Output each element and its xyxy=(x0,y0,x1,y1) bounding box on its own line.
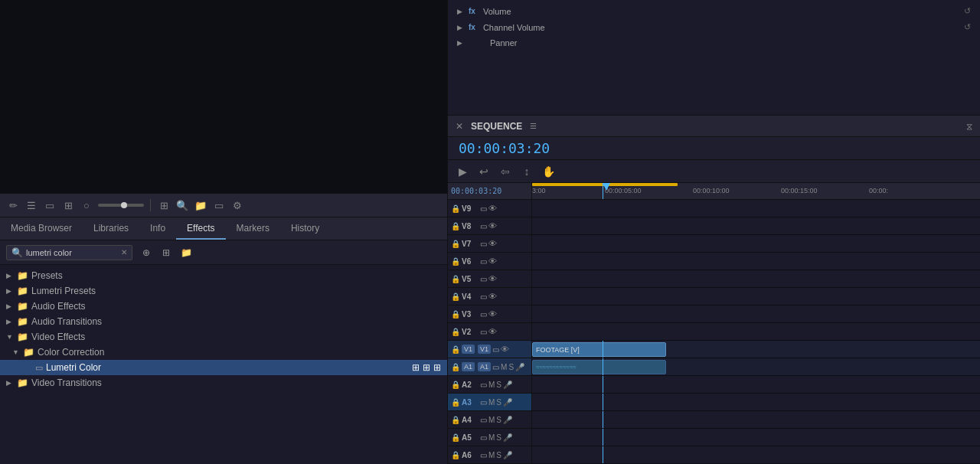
tree-item-audio-effects[interactable]: ▶ 📁 Audio Effects xyxy=(0,299,447,314)
eye-icon[interactable]: 👁 xyxy=(501,345,509,354)
list-icon[interactable]: ☰ xyxy=(24,198,38,212)
v1-track-btn[interactable]: V1 xyxy=(478,345,491,354)
ruler-mark-2: 00:00:05:00 xyxy=(605,187,642,194)
eye-icon[interactable]: 👁 xyxy=(488,309,497,319)
eye-icon[interactable]: 👁 xyxy=(488,257,497,266)
reset-icon[interactable]: ↺ xyxy=(964,6,971,16)
video-clip[interactable]: FOOTAGE [V] xyxy=(532,342,666,357)
tree-item-presets[interactable]: ▶ 📁 Presets xyxy=(0,268,447,283)
tab-history[interactable]: History xyxy=(280,217,330,240)
ruler-mark-3: 00:00:10:00 xyxy=(693,187,730,194)
search-clear-button[interactable]: ✕ xyxy=(121,248,127,257)
track-header-a2[interactable]: 🔒 A2 ▭ M S 🎤 xyxy=(448,376,531,394)
a1-select-btn[interactable]: A1 xyxy=(462,362,475,371)
tab-libraries[interactable]: Libraries xyxy=(83,217,139,240)
collapse-icon: ▶ xyxy=(457,8,462,15)
track-header-a3[interactable]: 🔒 A3 ▭ M S 🎤 xyxy=(448,394,531,411)
a1-track-btn[interactable]: A1 xyxy=(478,362,491,371)
track-header-a6[interactable]: 🔒 A6 ▭ M S 🎤 xyxy=(448,446,531,464)
track-panel-icon: ▭ xyxy=(492,363,499,371)
track-header-v5[interactable]: 🔒 V5 ▭ 👁 xyxy=(448,270,531,288)
circle-icon[interactable]: ○ xyxy=(80,198,93,212)
track-header-a4[interactable]: 🔒 A4 ▭ M S 🎤 xyxy=(448,411,531,429)
timeline-tracks-right[interactable]: 3:00 00:00:05:00 00:00:10:00 00:00:15:00… xyxy=(532,183,980,464)
eye-icon[interactable]: 👁 xyxy=(488,327,497,336)
new-bin-icon[interactable]: ⊕ xyxy=(139,245,154,260)
track-panel-icon: ▭ xyxy=(480,381,487,389)
cursor-tool[interactable]: ↩ xyxy=(475,163,492,180)
tab-info[interactable]: Info xyxy=(139,217,176,240)
folder-icon: 📁 xyxy=(17,301,28,312)
track-label: A4 xyxy=(462,416,479,424)
grid-icon[interactable]: ⊞ xyxy=(157,198,171,212)
folder-icon: 📁 xyxy=(17,316,28,327)
reset-icon[interactable]: ↺ xyxy=(964,22,971,32)
folder-action-icon[interactable]: 📁 xyxy=(178,245,194,260)
playhead-a3 xyxy=(603,394,603,410)
slip-tool[interactable]: ↕ xyxy=(518,163,535,180)
tree-item-video-effects[interactable]: ▼ 📁 Video Effects xyxy=(0,329,447,345)
effect-volume[interactable]: ▶ fx Volume ↺ xyxy=(448,3,980,19)
audio-clip[interactable]: ≈≈≈≈≈≈≈≈≈≈≈≈ xyxy=(532,360,666,374)
monitor-icon[interactable]: ▭ xyxy=(212,198,226,212)
stack-icon[interactable]: ⊞ xyxy=(61,198,75,212)
clip-waveform: ≈≈≈≈≈≈≈≈≈≈≈≈ xyxy=(536,364,577,371)
tab-media-browser[interactable]: Media Browser xyxy=(0,217,83,240)
tab-markers[interactable]: Markers xyxy=(226,217,280,240)
track-header-a1[interactable]: 🔒 A1 A1 ▭ M S 🎤 xyxy=(448,358,531,376)
search-toolbar-icon[interactable]: 🔍 xyxy=(175,198,189,212)
tree-item-lumetri-color[interactable]: ▭ Lumetri Color ⊞ ⊞ ⊞ xyxy=(0,360,447,375)
tree-item-video-transitions[interactable]: ▶ 📁 Video Transitions xyxy=(0,375,447,390)
track-label: V3 xyxy=(462,310,479,319)
find-icon[interactable]: ⊞ xyxy=(158,245,174,260)
sequence-menu-icon[interactable]: ☰ xyxy=(530,122,537,130)
track-header-v8[interactable]: 🔒 V8 ▭ 👁 xyxy=(448,217,531,235)
tree-item-audio-transitions[interactable]: ▶ 📁 Audio Transitions xyxy=(0,314,447,329)
tab-effects[interactable]: Effects xyxy=(176,217,225,240)
lock-icon: 🔒 xyxy=(451,222,460,230)
track-header-v9[interactable]: 🔒 V9 ▭ 👁 xyxy=(448,200,531,217)
tree-item-lumetri-presets[interactable]: ▶ 📁 Lumetri Presets xyxy=(0,283,447,299)
search-input[interactable] xyxy=(26,248,118,257)
icon3: ⊞ xyxy=(433,362,441,373)
track-label: V9 xyxy=(462,204,479,213)
track-row-v2 xyxy=(532,323,980,341)
track-panel-icon: ▭ xyxy=(480,204,487,213)
track-header-v4[interactable]: 🔒 V4 ▭ 👁 xyxy=(448,288,531,306)
track-header-v2[interactable]: 🔒 V2 ▭ 👁 xyxy=(448,323,531,341)
mic-icon: 🎤 xyxy=(515,363,524,371)
folder-toolbar-icon[interactable]: 📁 xyxy=(194,198,207,212)
pencil-icon[interactable]: ✏ xyxy=(6,198,20,212)
tree-item-color-correction[interactable]: ▼ 📁 Color Correction xyxy=(0,345,447,360)
play-tool[interactable]: ▶ xyxy=(454,163,471,180)
hand-tool[interactable]: ✋ xyxy=(540,163,557,180)
track-row-a1[interactable]: ≈≈≈≈≈≈≈≈≈≈≈≈ xyxy=(532,358,980,376)
track-row-a3 xyxy=(532,394,980,411)
track-header-a5[interactable]: 🔒 A5 ▭ M S 🎤 xyxy=(448,429,531,446)
settings-icon[interactable]: ⚙ xyxy=(230,198,244,212)
tree-label: Color Correction xyxy=(38,347,104,358)
ripple-tool[interactable]: ⇦ xyxy=(497,163,514,180)
effect-panner[interactable]: ▶ Panner xyxy=(448,35,980,51)
eye-icon[interactable]: 👁 xyxy=(488,292,497,301)
search-input-wrap[interactable]: 🔍 ✕ xyxy=(6,245,132,260)
mute-label: M xyxy=(488,433,495,442)
panel-icon[interactable]: ▭ xyxy=(43,198,57,212)
nav-tabs: Media Browser Libraries Info Effects Mar… xyxy=(0,217,447,240)
track-header-v3[interactable]: 🔒 V3 ▭ 👁 xyxy=(448,306,531,323)
eye-icon[interactable]: 👁 xyxy=(488,239,497,248)
v1-select-btn[interactable]: V1 xyxy=(462,345,475,354)
track-header-v6[interactable]: 🔒 V6 ▭ 👁 xyxy=(448,253,531,270)
effect-label: Volume xyxy=(483,7,511,16)
filter-icon[interactable]: ⧖ xyxy=(966,121,972,132)
close-button[interactable]: ✕ xyxy=(456,121,463,132)
track-header-v1[interactable]: 🔒 V1 V1 ▭ 👁 xyxy=(448,341,531,358)
eye-icon[interactable]: 👁 xyxy=(488,274,497,283)
zoom-slider[interactable] xyxy=(98,204,144,207)
track-header-v7[interactable]: 🔒 V7 ▭ 👁 xyxy=(448,235,531,253)
eye-icon[interactable]: 👁 xyxy=(488,221,497,230)
eye-icon[interactable]: 👁 xyxy=(488,204,497,213)
effect-channel-volume[interactable]: ▶ fx Channel Volume ↺ xyxy=(448,19,980,35)
track-label: A6 xyxy=(462,451,479,459)
track-row-v1[interactable]: FOOTAGE [V] xyxy=(532,341,980,358)
